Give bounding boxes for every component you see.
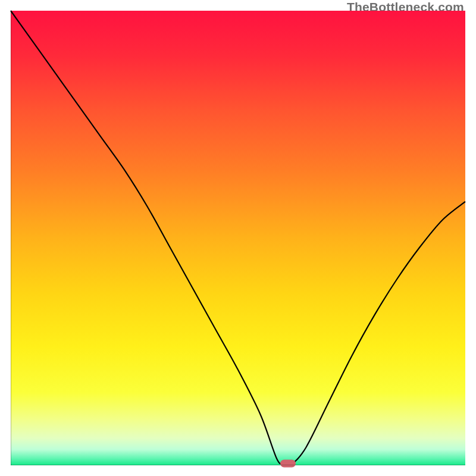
bottleneck-chart: TheBottleneck.com (0, 0, 476, 476)
bottleneck-curve (11, 11, 465, 465)
optimal-point-marker (280, 459, 296, 467)
plot-area (11, 11, 465, 465)
